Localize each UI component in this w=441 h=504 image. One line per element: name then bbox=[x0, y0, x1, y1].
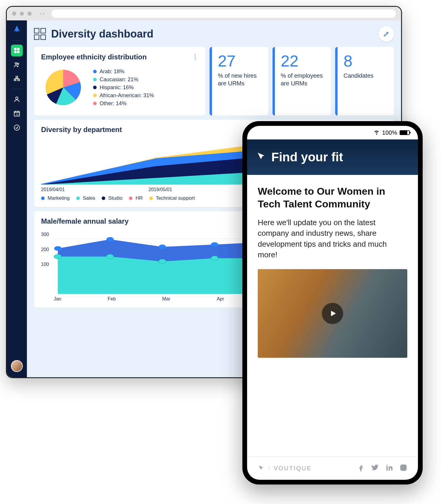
pie-chart bbox=[41, 65, 85, 110]
svg-rect-7 bbox=[14, 79, 16, 81]
wifi-icon bbox=[373, 129, 380, 137]
legend-item: Hispanic: 16% bbox=[93, 84, 154, 91]
svg-point-27 bbox=[159, 245, 166, 249]
legend-label: Caucasian: 21% bbox=[100, 77, 138, 83]
legend-label: Arab: 18% bbox=[100, 69, 124, 75]
legend-label: Technical support bbox=[156, 195, 195, 201]
svg-rect-1 bbox=[17, 48, 20, 50]
instagram-icon[interactable] bbox=[400, 464, 407, 473]
legend-label: Studio bbox=[108, 195, 122, 201]
sidebar-item-org[interactable] bbox=[11, 73, 23, 85]
social-links bbox=[357, 464, 407, 473]
linkedin-icon[interactable] bbox=[385, 464, 393, 473]
welcome-heading: Welcome to Our Women in Tech Talent Comm… bbox=[258, 185, 407, 210]
hero-banner: Find your fit bbox=[247, 139, 418, 175]
legend-item: Other: 14% bbox=[93, 100, 154, 107]
video-thumbnail[interactable] bbox=[258, 269, 407, 358]
svg-point-12 bbox=[14, 125, 20, 130]
svg-point-34 bbox=[159, 259, 166, 264]
sidebar-item-calendar[interactable]: 31 bbox=[11, 108, 23, 119]
app-logo-icon[interactable] bbox=[13, 25, 21, 35]
legend-item: Caucasian: 21% bbox=[93, 77, 154, 83]
welcome-body: Here we'll update you on the latest comp… bbox=[258, 217, 407, 260]
brand-logo-icon bbox=[256, 151, 266, 163]
legend-label: African-American: 31% bbox=[100, 92, 154, 99]
window-dot[interactable] bbox=[12, 12, 16, 16]
sidebar-item-tasks[interactable] bbox=[11, 122, 23, 134]
x-label: 2019/04/01 bbox=[41, 187, 65, 192]
y-tick bbox=[41, 277, 49, 282]
footer-brand: VOUTIQUE bbox=[274, 465, 312, 472]
pie-legend: Arab: 18% Caucasian: 21% Hispanic: 16% A… bbox=[93, 69, 154, 107]
phone-screen: 100% Find your fit Welcome to Our Women … bbox=[247, 126, 418, 480]
play-icon bbox=[322, 303, 343, 324]
svg-rect-6 bbox=[16, 76, 18, 78]
phone-frame: 100% Find your fit Welcome to Our Women … bbox=[242, 121, 423, 485]
svg-point-25 bbox=[54, 246, 61, 251]
x-label: Apr bbox=[217, 296, 224, 302]
legend-item: Studio bbox=[102, 195, 122, 201]
stat-candidates: 8 Candidates bbox=[335, 47, 394, 116]
facebook-icon[interactable] bbox=[357, 464, 365, 473]
y-tick: 100 bbox=[41, 262, 49, 267]
svg-point-4 bbox=[15, 63, 17, 64]
more-icon[interactable]: ⋯ bbox=[192, 54, 199, 61]
twitter-icon[interactable] bbox=[371, 464, 379, 473]
page-header: Diversity dashboard bbox=[34, 26, 394, 42]
y-tick: 300 bbox=[41, 232, 49, 237]
stats-row: Employee ethnicity distribution ⋯ Arab: … bbox=[34, 47, 394, 116]
user-avatar[interactable] bbox=[11, 360, 23, 372]
brand-logo-icon bbox=[258, 464, 264, 472]
svg-rect-3 bbox=[17, 51, 20, 53]
x-label: 2019/05/01 bbox=[148, 187, 172, 192]
phone-content: Welcome to Our Women in Tech Talent Comm… bbox=[247, 175, 418, 456]
stat-new-hires: 27 % of new hires are URMs bbox=[210, 47, 268, 116]
legend-item: Arab: 18% bbox=[93, 69, 154, 75]
svg-text:31: 31 bbox=[16, 113, 19, 116]
battery-percent: 100% bbox=[382, 129, 397, 136]
svg-point-9 bbox=[16, 97, 18, 99]
x-label: Feb bbox=[108, 296, 116, 302]
legend-label: HR bbox=[135, 195, 143, 201]
phone-footer: | VOUTIQUE bbox=[247, 456, 418, 480]
stat-value: 22 bbox=[281, 53, 324, 69]
svg-point-35 bbox=[211, 256, 218, 260]
nav-arrows-icon[interactable]: ‹ › bbox=[40, 11, 44, 16]
svg-rect-8 bbox=[18, 79, 20, 81]
pie-body: Arab: 18% Caucasian: 21% Hispanic: 16% A… bbox=[41, 65, 198, 110]
svg-point-32 bbox=[54, 254, 61, 259]
svg-point-5 bbox=[17, 63, 19, 65]
stat-label: % of employees are URMs bbox=[281, 72, 324, 87]
legend-label: Other: 14% bbox=[100, 100, 127, 107]
page-title: Diversity dashboard bbox=[51, 28, 373, 40]
svg-rect-0 bbox=[14, 48, 17, 50]
hero-title: Find your fit bbox=[271, 150, 343, 164]
legend-item: HR bbox=[129, 195, 143, 201]
sidebar-item-dashboard[interactable] bbox=[11, 45, 23, 56]
svg-point-33 bbox=[106, 254, 114, 259]
legend-label: Sales bbox=[83, 195, 95, 201]
battery-icon bbox=[400, 130, 410, 135]
ethnicity-card: Employee ethnicity distribution ⋯ Arab: … bbox=[34, 47, 205, 116]
dashboard-grid-icon bbox=[34, 28, 46, 40]
stat-label: Candidates bbox=[343, 72, 387, 79]
sidebar-item-profile[interactable] bbox=[11, 93, 23, 105]
url-bar[interactable] bbox=[51, 9, 396, 18]
legend-label: Marketing bbox=[48, 195, 70, 201]
sidebar-item-people[interactable] bbox=[11, 59, 23, 71]
window-dot[interactable] bbox=[27, 12, 32, 16]
legend-item: African-American: 31% bbox=[93, 92, 154, 99]
card-title: Employee ethnicity distribution bbox=[41, 53, 198, 61]
divider bbox=[12, 40, 22, 40]
window-dot[interactable] bbox=[20, 12, 24, 16]
stat-employees: 22 % of employees are URMs bbox=[273, 47, 331, 116]
legend-item: Technical support bbox=[149, 195, 195, 201]
y-tick: 200 bbox=[41, 247, 49, 252]
svg-point-41 bbox=[405, 466, 406, 466]
browser-chrome: ‹ › bbox=[7, 7, 401, 20]
svg-point-40 bbox=[402, 466, 405, 469]
edit-button[interactable] bbox=[379, 26, 394, 42]
divider bbox=[12, 89, 22, 89]
sidebar: 31 bbox=[7, 20, 27, 377]
divider: | bbox=[268, 466, 270, 471]
